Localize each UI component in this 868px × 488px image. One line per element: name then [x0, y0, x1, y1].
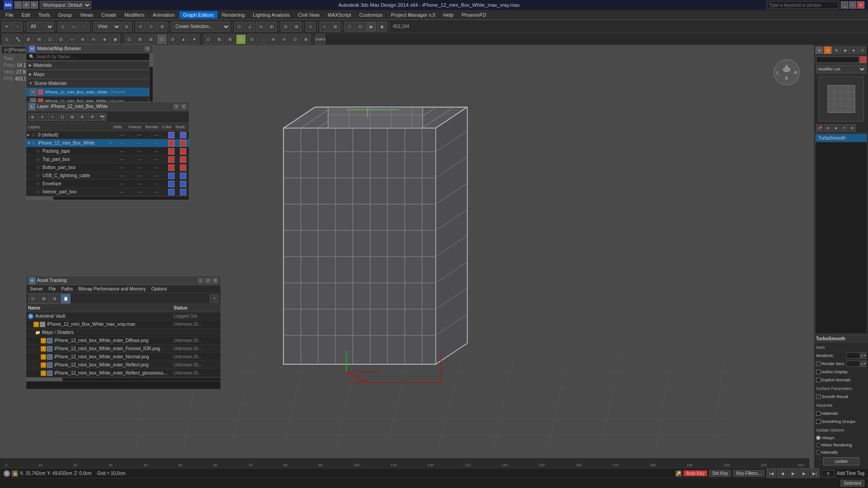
layer-row-usb[interactable]: ☉ USB_C_lightning_cable — — —	[26, 172, 189, 180]
asset-btn2[interactable]: ⊠	[39, 294, 49, 304]
maximize-button[interactable]: □	[849, 1, 856, 9]
prev-frame-btn[interactable]: ◀	[777, 469, 787, 479]
select-object-btn[interactable]: ⊕	[122, 22, 132, 32]
viewport-compass[interactable]: T B L R	[773, 59, 800, 86]
asset-hscroll-thumb[interactable]	[26, 378, 62, 381]
asset-row-vault[interactable]: A Autodesk Vault Logged Out	[26, 312, 221, 320]
quick-btn3[interactable]: ↻	[31, 1, 38, 9]
play-btn[interactable]: ▶	[788, 469, 798, 479]
mirror-btn[interactable]: ⊟	[281, 22, 291, 32]
sub-btn16[interactable]: ⊟	[168, 34, 178, 44]
select-filter-btn[interactable]: ⊡	[58, 22, 68, 32]
asset-row-diffuse[interactable]: ! iPhone_12_mini_box_White_exter_Diffuse…	[26, 337, 221, 345]
layer-btn-render[interactable]: 📷	[98, 113, 107, 121]
iterations-value[interactable]: 0	[846, 352, 860, 359]
vmp4-btn[interactable]: VMP4	[315, 34, 325, 44]
workspace-dropdown[interactable]: Workspace: Default	[40, 1, 91, 9]
menu-edit[interactable]: Edit	[18, 11, 34, 19]
sub-btn5[interactable]: ⊡	[45, 34, 55, 44]
layer-help-btn[interactable]: ?	[174, 104, 179, 109]
menu-create[interactable]: Create	[98, 11, 120, 19]
timeline-track[interactable]: 0 10 20 30 40 50 60 70 80 90 100 110 120…	[2, 459, 807, 467]
smoothing-groups-check[interactable]	[816, 419, 821, 424]
asset-row-fresnel[interactable]: ! iPhone_12_mini_box_White_exter_Fresnel…	[26, 345, 221, 353]
menu-civil[interactable]: Civil View	[294, 11, 323, 19]
asset-hscroll[interactable]	[26, 377, 221, 381]
menu-project-manager[interactable]: Project Manager v.3	[387, 11, 439, 19]
window-crossing-btn[interactable]: ⬚	[80, 22, 90, 32]
asset-row-mainfile[interactable]: ! iPhone_12_mini_Box_White_max_vray.max …	[26, 320, 221, 328]
render-setup-btn[interactable]: ⊡	[355, 22, 365, 32]
menu-modifiers[interactable]: Modifiers	[121, 11, 148, 19]
pin-stack-btn[interactable]: 📌	[816, 124, 823, 131]
selected-dropdown[interactable]: Selected	[840, 480, 864, 487]
mat-search-input[interactable]	[36, 54, 150, 59]
update-button[interactable]: Update	[823, 457, 859, 465]
layer-btn-hide[interactable]: 👁	[88, 113, 97, 121]
sub-btn8[interactable]: ⊕	[78, 34, 88, 44]
menu-help[interactable]: Help	[439, 11, 457, 19]
sub-btn3[interactable]: ⊠	[24, 34, 33, 44]
asset-help-btn[interactable]: ?	[210, 295, 219, 303]
sub-btn26[interactable]: ⊖	[279, 34, 289, 44]
curve-editor-btn[interactable]: ∿	[320, 22, 330, 32]
rotate-tool-btn[interactable]: ↻	[146, 22, 156, 32]
asset-menu-options[interactable]: Options	[150, 286, 169, 291]
sub-btn15[interactable]: ⊡	[157, 34, 167, 44]
auto-key-btn[interactable]: Auto Key	[684, 470, 708, 476]
move-tool-btn[interactable]: ✛	[136, 22, 146, 32]
asset-menu-server[interactable]: Server	[28, 286, 45, 291]
layer-btn-freeze[interactable]: ❄	[78, 113, 87, 121]
smooth-result-check[interactable]: ✓	[816, 394, 821, 399]
asset-maximize-btn[interactable]: □	[205, 278, 211, 283]
maps-section-header[interactable]: ▶ Maps	[26, 70, 153, 79]
layer-btn-delete[interactable]: ✕	[38, 113, 47, 121]
sub-btn10[interactable]: ◈	[99, 34, 109, 44]
menu-lighting[interactable]: Lighting Analysis	[249, 11, 293, 19]
frame-number[interactable]	[821, 470, 835, 477]
percent-snap-btn[interactable]: %	[256, 22, 266, 32]
layer-close-btn[interactable]: ✕	[181, 104, 186, 109]
sub-btn13[interactable]: ⊠	[135, 34, 145, 44]
sub-btn2[interactable]: 🔧	[13, 34, 23, 44]
render-iters-check[interactable]: ✓	[816, 361, 821, 366]
set-key-btn[interactable]: Set Key	[709, 470, 731, 477]
always-radio[interactable]	[816, 436, 821, 440]
active-shade-btn[interactable]: ◉	[377, 22, 387, 32]
hierarchy-icon[interactable]: ⊞	[832, 46, 840, 54]
layer-row-default[interactable]: ▶ ☉ 0 (default) — — —	[26, 131, 189, 139]
asset-btn1[interactable]: ⊡	[28, 294, 38, 304]
sub-btn14[interactable]: ⊞	[146, 34, 156, 44]
layer-row-packing[interactable]: ☉ Packing_tape — — —	[26, 147, 189, 155]
sub-btn28[interactable]: ⊠	[301, 34, 311, 44]
remove-modifier-btn[interactable]: ✕	[840, 124, 848, 131]
asset-row-reflect-gloss[interactable]: ! iPhone_12_mini_box_White_exter_Reflect…	[26, 369, 221, 377]
asset-path-input[interactable]	[28, 383, 219, 388]
menu-group[interactable]: Group	[54, 11, 75, 19]
mat-editor-btn[interactable]: ⬡	[344, 22, 354, 32]
utilities-icon[interactable]: ⊡	[858, 46, 866, 54]
menu-graph-editors[interactable]: Graph Editors	[179, 11, 217, 19]
asset-menu-file[interactable]: File	[47, 286, 57, 291]
view-dropdown[interactable]: View	[94, 22, 121, 32]
angle-snap-btn[interactable]: ∠	[245, 22, 255, 32]
quick-btn[interactable]: □	[14, 1, 22, 9]
layer-btn-new[interactable]: ⊕	[28, 113, 37, 121]
render-iters-value[interactable]: 2	[846, 361, 860, 367]
asset-row-reflect[interactable]: ! iPhone_12_mini_box_White_exter_Reflect…	[26, 361, 221, 369]
layer-mgr-btn[interactable]: ≡	[306, 22, 316, 32]
config-btn[interactable]: ⊞	[849, 124, 856, 131]
modifier-list-dropdown[interactable]: Modifier List	[816, 65, 866, 73]
when-rendering-radio[interactable]	[816, 443, 821, 447]
scale-tool-btn[interactable]: ⊞	[157, 22, 167, 32]
filter-dropdown[interactable]: All	[27, 22, 54, 32]
sub-btn6[interactable]: ⊟	[56, 34, 66, 44]
turbosm-entry[interactable]: TurboSmooth	[816, 134, 867, 142]
sub-btn12[interactable]: ⊡	[124, 34, 134, 44]
sub-btn18[interactable]: ▼	[189, 34, 199, 44]
make-unique-btn[interactable]: ◈	[832, 124, 840, 131]
asset-close-btn[interactable]: ✕	[212, 278, 218, 283]
object-color[interactable]	[860, 56, 866, 63]
sub-btn17[interactable]: ▲	[179, 34, 189, 44]
sub-btn1[interactable]: ⊡	[2, 34, 12, 44]
